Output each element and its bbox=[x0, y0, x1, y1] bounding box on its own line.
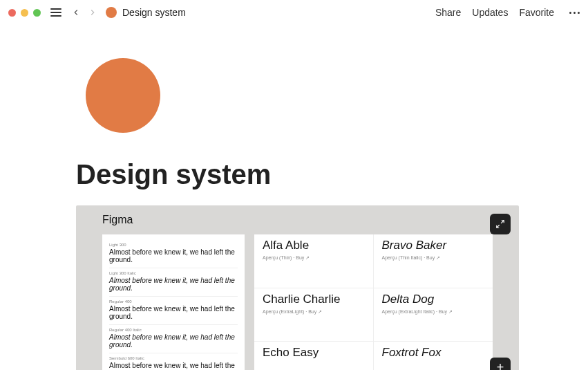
type-weight-label: Light 300 bbox=[109, 243, 238, 247]
specimen-name: Foxtrot Fox bbox=[382, 346, 485, 360]
expand-icon[interactable] bbox=[490, 214, 511, 234]
favorite-button[interactable]: Favorite bbox=[519, 7, 554, 18]
zoom-controls: + − bbox=[490, 358, 511, 370]
zoom-in-button[interactable]: + bbox=[497, 358, 504, 370]
specimen-cell: Echo Easy bbox=[254, 341, 374, 370]
window-minimize-icon[interactable] bbox=[21, 9, 28, 17]
type-sample-row: Light 300 ItalicAlmost before we knew it… bbox=[109, 268, 238, 296]
type-sample-text: Almost before we knew it, we had left th… bbox=[109, 277, 238, 292]
page-icon-small bbox=[106, 7, 117, 18]
specimen-cell: Foxtrot Fox bbox=[374, 341, 493, 370]
specimen-cell: Alfa AbleAperçu (Thin) · Buy ↗ bbox=[254, 234, 374, 288]
nav-back-icon[interactable] bbox=[71, 8, 81, 17]
type-sample-text: Almost before we knew it, we had left th… bbox=[109, 305, 238, 320]
type-specimen-grid: Alfa AbleAperçu (Thin) · Buy ↗Bravo Bake… bbox=[254, 234, 493, 370]
type-sample-text: Almost before we knew it, we had left th… bbox=[109, 362, 238, 370]
page-content: Design system Figma Light 300Almost befo… bbox=[0, 25, 588, 370]
type-sample-text: Almost before we knew it, we had left th… bbox=[109, 333, 238, 349]
specimen-cell: Delta DogAperçu (ExtraLight Italic) · Bu… bbox=[374, 288, 493, 342]
specimen-name: Alfa Able bbox=[263, 239, 365, 252]
specimen-meta: Aperçu (Thin Italic) · Buy ↗ bbox=[382, 255, 485, 261]
specimen-meta: Aperçu (Thin) · Buy ↗ bbox=[263, 255, 365, 261]
figma-canvas[interactable]: Light 300Almost before we knew it, we ha… bbox=[102, 234, 493, 370]
breadcrumb[interactable]: Design system bbox=[122, 7, 186, 18]
nav-arrows bbox=[71, 8, 97, 17]
type-weight-label: Semibold 600 Italic bbox=[109, 356, 238, 360]
top-actions: Share Updates Favorite bbox=[435, 7, 580, 18]
svg-line-1 bbox=[497, 225, 500, 228]
figma-embed: Figma Light 300Almost before we knew it,… bbox=[76, 205, 519, 370]
specimen-name: Echo Easy bbox=[263, 346, 365, 360]
type-sample-column: Light 300Almost before we knew it, we ha… bbox=[102, 234, 245, 370]
topbar: Design system Share Updates Favorite bbox=[0, 0, 588, 25]
more-menu-icon[interactable] bbox=[569, 12, 580, 14]
share-button[interactable]: Share bbox=[435, 7, 461, 18]
specimen-meta: Aperçu (ExtraLight Italic) · Buy ↗ bbox=[382, 309, 485, 315]
specimen-name: Charlie Charlie bbox=[263, 293, 365, 306]
specimen-cell: Bravo BakerAperçu (Thin Italic) · Buy ↗ bbox=[374, 234, 493, 288]
updates-button[interactable]: Updates bbox=[472, 7, 508, 18]
type-weight-label: Light 300 Italic bbox=[109, 271, 238, 275]
type-sample-text: Almost before we knew it, we had left th… bbox=[109, 248, 238, 263]
specimen-cell: Charlie CharlieAperçu (ExtraLight) · Buy… bbox=[254, 288, 374, 342]
window-maximize-icon[interactable] bbox=[33, 9, 41, 17]
type-sample-row: Regular 400Almost before we knew it, we … bbox=[109, 296, 238, 324]
type-sample-row: Semibold 600 ItalicAlmost before we knew… bbox=[109, 353, 238, 370]
page-cover-icon[interactable] bbox=[86, 58, 160, 133]
type-sample-row: Light 300Almost before we knew it, we ha… bbox=[109, 240, 238, 268]
page-title: Design system bbox=[76, 159, 519, 190]
nav-forward-icon[interactable] bbox=[88, 8, 97, 17]
window-traffic-lights[interactable] bbox=[8, 9, 41, 17]
type-sample-row: Regular 400 ItalicAlmost before we knew … bbox=[109, 324, 238, 353]
type-weight-label: Regular 400 bbox=[109, 299, 238, 304]
figma-label: Figma bbox=[102, 214, 493, 226]
specimen-name: Delta Dog bbox=[382, 293, 485, 306]
window-close-icon[interactable] bbox=[8, 9, 16, 17]
specimen-meta: Aperçu (ExtraLight) · Buy ↗ bbox=[263, 309, 365, 315]
specimen-name: Bravo Baker bbox=[382, 239, 485, 252]
hamburger-menu-icon[interactable] bbox=[50, 8, 61, 17]
type-weight-label: Regular 400 Italic bbox=[109, 328, 238, 332]
svg-line-0 bbox=[501, 221, 504, 223]
